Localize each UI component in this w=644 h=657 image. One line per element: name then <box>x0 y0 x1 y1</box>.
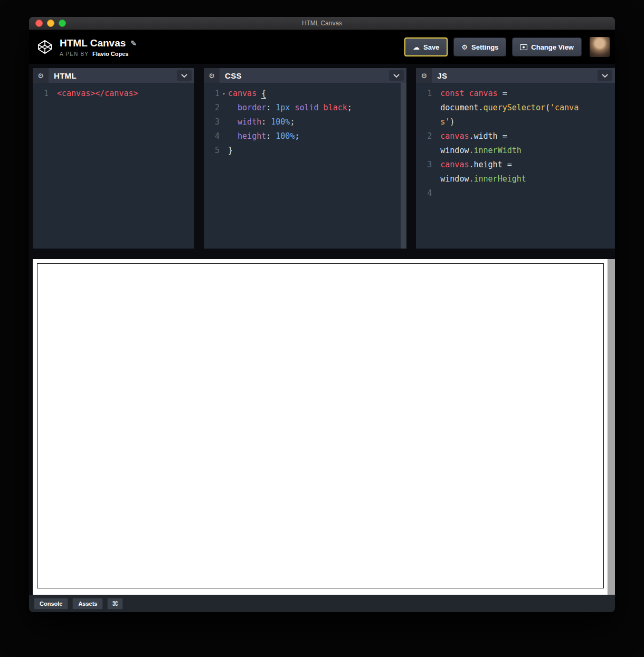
code-line: 5} <box>204 144 406 158</box>
screenshot-stage: HTML Canvas HTML Canvas ✎ A PEN BY <box>0 0 644 657</box>
window-title: HTML Canvas <box>302 20 342 27</box>
code-line: window.innerHeight <box>416 172 615 186</box>
pen-title-block: HTML Canvas ✎ A PEN BY Flavio Copes <box>60 37 137 57</box>
js-editor-panel: ⚙ JS 1const canvas =document.querySelect… <box>416 68 615 249</box>
save-label: Save <box>423 43 439 51</box>
pencil-icon[interactable]: ✎ <box>130 39 137 47</box>
change-view-label: Change View <box>531 43 574 51</box>
code-line: window.innerWidth <box>416 144 615 158</box>
editor-scrollbar[interactable] <box>401 83 406 249</box>
canvas-element[interactable] <box>37 263 604 588</box>
pen-title: HTML Canvas <box>60 37 126 49</box>
code-line: 1<canvas></canvas> <box>33 87 194 101</box>
chevron-down-icon[interactable] <box>389 70 404 81</box>
html-panel-title: HTML <box>54 71 77 80</box>
css-panel-header: ⚙ CSS <box>204 68 406 83</box>
css-code-area[interactable]: 1▾canvas {2 border: 1px solid black;3 wi… <box>204 83 406 249</box>
html-editor-panel: ⚙ HTML 1<canvas></canvas> <box>33 68 194 249</box>
gear-glyph: ⚙ <box>37 72 44 80</box>
change-view-button[interactable]: Change View <box>512 37 582 56</box>
code-line: 2canvas.width = <box>416 129 615 144</box>
author-link[interactable]: Flavio Copes <box>92 51 128 57</box>
preview-page[interactable] <box>33 259 615 595</box>
macos-window: HTML Canvas HTML Canvas ✎ A PEN BY <box>29 17 615 612</box>
gear-glyph: ⚙ <box>421 72 427 80</box>
settings-label: Settings <box>471 43 498 51</box>
html-panel-header: ⚙ HTML <box>33 68 194 83</box>
js-code-area[interactable]: 1const canvas =document.querySelector('c… <box>416 83 615 249</box>
byline-prefix: A PEN BY <box>60 51 89 57</box>
traffic-lights <box>35 17 66 30</box>
code-line: 1const canvas = <box>416 87 615 101</box>
header-left: HTML Canvas ✎ A PEN BY Flavio Copes <box>36 37 137 57</box>
avatar[interactable] <box>590 37 610 57</box>
gear-icon[interactable]: ⚙ <box>416 68 432 83</box>
gear-glyph: ⚙ <box>209 72 215 80</box>
command-key-button[interactable]: ⌘ <box>107 598 122 610</box>
byline: A PEN BY Flavio Copes <box>60 51 137 57</box>
preview-pane <box>29 259 615 595</box>
code-line: 1▾canvas { <box>204 87 406 101</box>
zoom-button[interactable] <box>59 20 66 27</box>
console-button[interactable]: Console <box>34 598 68 610</box>
preview-scrollbar[interactable] <box>608 259 615 595</box>
code-line: s') <box>416 115 615 129</box>
change-view-icon <box>520 44 527 50</box>
css-panel-title: CSS <box>225 71 242 80</box>
settings-button[interactable]: ⚙ Settings <box>453 37 506 56</box>
code-line: document.querySelector('canva <box>416 101 615 115</box>
code-line: 4 height: 100%; <box>204 129 406 144</box>
code-line: 2 border: 1px solid black; <box>204 101 406 115</box>
editor-row: ⚙ HTML 1<canvas></canvas> ⚙ CSS <box>29 68 615 249</box>
js-panel-title: JS <box>437 71 447 80</box>
window-titlebar: HTML Canvas <box>29 17 615 30</box>
code-line: 4 <box>416 186 615 201</box>
footer-bar: Console Assets ⌘ <box>29 595 615 612</box>
chevron-down-icon[interactable] <box>177 70 192 81</box>
close-button[interactable] <box>35 20 43 27</box>
html-code-area[interactable]: 1<canvas></canvas> <box>33 83 194 249</box>
chevron-down-icon[interactable] <box>598 70 612 81</box>
app-header: HTML Canvas ✎ A PEN BY Flavio Copes ☁ Sa… <box>29 30 615 64</box>
minimize-button[interactable] <box>47 20 54 27</box>
header-actions: ☁ Save ⚙ Settings Change View <box>404 37 610 57</box>
codepen-logo-icon <box>36 39 53 55</box>
code-line: 3canvas.height = <box>416 158 615 172</box>
cloud-icon: ☁ <box>413 43 420 51</box>
gear-icon[interactable]: ⚙ <box>204 68 220 83</box>
gear-icon: ⚙ <box>461 43 468 51</box>
css-editor-panel: ⚙ CSS 1▾canvas {2 border: 1px solid blac… <box>204 68 406 249</box>
js-panel-header: ⚙ JS <box>416 68 615 83</box>
save-button[interactable]: ☁ Save <box>404 37 448 56</box>
code-line: 3 width: 100%; <box>204 115 406 129</box>
gear-icon[interactable]: ⚙ <box>33 68 49 83</box>
assets-button[interactable]: Assets <box>72 598 103 610</box>
